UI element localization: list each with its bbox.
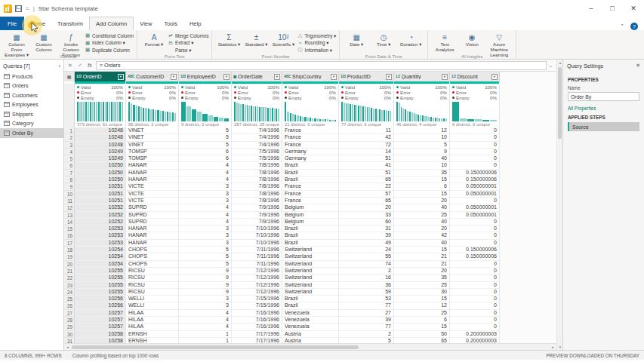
maximize-button[interactable]: □ [602, 0, 623, 17]
cell-shipcountry[interactable]: Switzerland [282, 247, 339, 253]
cell-productid[interactable]: 39 [339, 317, 394, 324]
cell-productid[interactable]: 57 [339, 191, 394, 198]
tab-transform[interactable]: Transform [51, 17, 89, 30]
cell-shipcountry[interactable]: Venezuela [282, 317, 339, 324]
cell-quantity[interactable]: 20 [394, 268, 450, 275]
cell-orderdate[interactable]: 7/11/1996 [232, 247, 282, 253]
cell-employeeid[interactable]: 3 [179, 191, 232, 198]
cell-orderid[interactable]: 10248 [75, 127, 126, 134]
cell-shipcountry[interactable]: Brazil [282, 296, 339, 302]
cell-discount[interactable]: 0.050000001 [450, 183, 500, 190]
cell-shipcountry[interactable]: Brazil [282, 302, 339, 309]
cell-shipcountry[interactable]: France [282, 183, 339, 190]
cell-discount[interactable]: 0 [450, 162, 500, 169]
scroll-up-icon[interactable]: ▴ [557, 60, 563, 66]
cell-employeeid[interactable]: 5 [179, 142, 232, 149]
close-query-settings-icon[interactable]: ✕ [636, 63, 640, 69]
cell-shipcountry[interactable]: Switzerland [282, 261, 339, 268]
cell-productid[interactable]: 16 [339, 275, 394, 281]
cell-quantity[interactable]: 35 [394, 275, 450, 281]
row-number[interactable]: 23 [64, 282, 75, 289]
cell-shipcountry[interactable]: Germany [282, 149, 339, 155]
cell-discount[interactable]: 0.150000006 [450, 253, 500, 260]
cell-orderid[interactable]: 10249 [75, 155, 126, 162]
cell-discount[interactable]: 0 [450, 142, 500, 149]
cell-customerid[interactable]: SUPRD [126, 204, 179, 211]
horizontal-scrollbar[interactable]: ◂ ▸ [64, 343, 556, 350]
cell-quantity[interactable]: 15 [394, 176, 450, 183]
cell-orderid[interactable]: 10257 [75, 317, 126, 324]
cell-customerid[interactable]: CHOPS [126, 253, 179, 260]
cell-discount[interactable]: 0 [450, 268, 500, 275]
cell-discount[interactable]: 0 [450, 134, 500, 141]
information-button[interactable]: ⓘInformation ▾ [297, 47, 336, 54]
cell-quantity[interactable]: 35 [394, 170, 450, 176]
statistics-button[interactable]: ΣStatistics ▾ [215, 32, 242, 48]
cell-quantity[interactable]: 40 [394, 204, 450, 211]
row-number[interactable]: 19 [64, 253, 75, 260]
cell-productid[interactable]: 5 [339, 338, 394, 343]
column-header-employeeid[interactable]: 123EmployeeID▾ [179, 72, 232, 81]
cell-employeeid[interactable]: 3 [179, 302, 232, 309]
cell-quantity[interactable]: 12 [394, 302, 450, 309]
row-number[interactable]: 14 [64, 219, 75, 225]
row-number[interactable]: 10 [64, 191, 75, 198]
cell-orderid[interactable]: 10254 [75, 253, 126, 260]
cell-orderdate[interactable]: 7/16/1996 [232, 310, 282, 317]
date-button[interactable]: ▦Date ▾ [343, 32, 370, 48]
cell-employeeid[interactable]: 4 [179, 310, 232, 317]
cell-orderdate[interactable]: 7/10/1996 [232, 232, 282, 239]
cell-quantity[interactable]: 15 [394, 191, 450, 198]
cell-orderid[interactable]: 10252 [75, 219, 126, 225]
cell-employeeid[interactable]: 3 [179, 225, 232, 232]
parse-button[interactable]: Parse ▾ [168, 47, 208, 54]
cell-productid[interactable]: 22 [339, 183, 394, 190]
cell-orderid[interactable]: 10254 [75, 261, 126, 268]
row-number[interactable]: 8 [64, 176, 75, 183]
cell-productid[interactable]: 31 [339, 225, 394, 232]
cell-employeeid[interactable]: 4 [179, 176, 232, 183]
cell-shipcountry[interactable]: Belgium [282, 219, 339, 225]
cell-discount[interactable]: 0 [450, 155, 500, 162]
cell-customerid[interactable]: HANAR [126, 176, 179, 183]
filter-icon[interactable]: ▾ [171, 74, 177, 80]
cell-productid[interactable]: 51 [339, 155, 394, 162]
cell-productid[interactable]: 14 [339, 149, 394, 155]
cell-shipcountry[interactable]: Belgium [282, 212, 339, 219]
cell-employeeid[interactable]: 5 [179, 247, 232, 253]
cell-orderdate[interactable]: 7/5/1996 [232, 155, 282, 162]
cell-productid[interactable]: 77 [339, 302, 394, 309]
cell-shipcountry[interactable]: Switzerland [282, 268, 339, 275]
cell-orderid[interactable]: 10255 [75, 289, 126, 296]
cell-customerid[interactable]: SUPRD [126, 219, 179, 225]
cell-quantity[interactable]: 15 [394, 296, 450, 302]
vision-button[interactable]: ◉Vision [458, 32, 485, 48]
cell-customerid[interactable]: VICTE [126, 191, 179, 198]
cell-customerid[interactable]: HANAR [126, 225, 179, 232]
profiling-status[interactable]: Column profiling based on top 1000 rows [72, 353, 159, 358]
cell-quantity[interactable]: 12 [394, 127, 450, 134]
cell-orderid[interactable]: 10255 [75, 282, 126, 289]
query-item-orders[interactable]: Orders [0, 81, 63, 91]
cell-productid[interactable]: 60 [339, 219, 394, 225]
cell-shipcountry[interactable]: Germany [282, 155, 339, 162]
cell-productid[interactable]: 65 [339, 198, 394, 204]
cell-orderdate[interactable]: 7/4/1996 [232, 142, 282, 149]
cell-orderid[interactable]: 10250 [75, 176, 126, 183]
cell-orderdate[interactable]: 7/12/1996 [232, 268, 282, 275]
cell-orderdate[interactable]: 7/10/1996 [232, 225, 282, 232]
cell-orderdate[interactable]: 7/8/1996 [232, 162, 282, 169]
cell-orderdate[interactable]: 7/4/1996 [232, 127, 282, 134]
cell-orderid[interactable]: 10251 [75, 191, 126, 198]
cell-orderdate[interactable]: 7/8/1996 [232, 176, 282, 183]
cell-customerid[interactable]: CHOPS [126, 247, 179, 253]
cell-employeeid[interactable]: 9 [179, 282, 232, 289]
trigonometry-button[interactable]: △Trigonometry ▾ [297, 32, 336, 39]
cell-orderid[interactable]: 10258 [75, 331, 126, 338]
cell-quantity[interactable]: 40 [394, 240, 450, 247]
filter-icon[interactable]: ▾ [491, 74, 498, 80]
cell-customerid[interactable]: VINET [126, 142, 179, 149]
cell-quantity[interactable]: 20 [394, 225, 450, 232]
cell-shipcountry[interactable]: Brazil [282, 240, 339, 247]
time-button[interactable]: ◷Time ▾ [370, 32, 397, 48]
